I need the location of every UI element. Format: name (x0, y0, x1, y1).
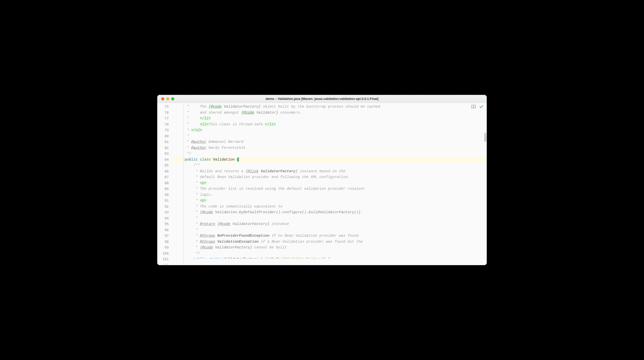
code-token: * (185, 122, 200, 126)
reader-mode-icon[interactable] (471, 104, 476, 109)
code-token (185, 257, 194, 258)
code-token: * (185, 128, 191, 132)
code-line[interactable]: * <p> (172, 198, 487, 204)
line-number[interactable]: 97 (157, 233, 172, 239)
line-number[interactable]: 99 (157, 245, 172, 251)
code-token: @code (211, 104, 222, 108)
code-token: <p> (200, 181, 206, 185)
editor-toolbar (471, 104, 484, 109)
code-token: Emmanuel Bernard (206, 140, 243, 144)
code-line[interactable]: * </li> (172, 116, 487, 122)
code-token: { (200, 246, 202, 250)
code-line[interactable]: * default Bean Validation provider and f… (172, 174, 487, 180)
code-line[interactable]: * </ul> (172, 127, 487, 133)
line-number-gutter: 7576777879808182838485868788899091929394… (157, 103, 172, 265)
code-line[interactable]: * @author Emmanuel Bernard (172, 139, 487, 145)
code-token: class (200, 158, 211, 162)
line-number[interactable]: 90 (157, 192, 172, 198)
code-line[interactable]: */ (172, 151, 487, 157)
line-number[interactable]: 75 (157, 104, 172, 110)
code-token: * default Bean Validation provider and f… (185, 175, 350, 179)
ide-window: demo – Validation.java [Maven: javax.val… (157, 95, 487, 265)
line-number[interactable]: 89 (157, 186, 172, 192)
code-token: { (218, 222, 220, 226)
code-token: @author (191, 140, 206, 144)
code-line[interactable]: /** (172, 162, 487, 168)
code-line[interactable]: * <li>This class is thread-safe.</li> (172, 122, 487, 128)
code-token: instance (269, 222, 289, 226)
line-number[interactable]: 94 (157, 216, 172, 222)
code-line[interactable]: * and shared amongst {@code Validator} c… (172, 110, 487, 116)
line-number[interactable]: 83 (157, 151, 172, 157)
line-number[interactable]: 98 (157, 239, 172, 245)
code-area[interactable]: * The {@code ValidatorFactory} object bu… (172, 103, 487, 265)
code-token: * (185, 140, 191, 144)
line-number[interactable]: 80 (157, 133, 172, 139)
code-token: * (185, 228, 198, 232)
code-token: </ul> (191, 128, 202, 132)
line-number[interactable]: 84 (157, 157, 172, 163)
code-line[interactable]: * The provider list is resolved using th… (172, 186, 487, 192)
code-token: @throws (200, 234, 215, 238)
code-line[interactable]: * logic. (172, 192, 487, 198)
code-line[interactable]: * <p> (172, 180, 487, 186)
code-line[interactable]: * @throws NoProviderFoundException if no… (172, 233, 487, 239)
code-token: @link (248, 169, 258, 173)
minimize-button[interactable] (166, 97, 169, 100)
line-number[interactable]: 86 (157, 168, 172, 174)
line-number[interactable]: 76 (157, 110, 172, 116)
line-number[interactable]: 81 (157, 139, 172, 145)
code-line[interactable]: * (172, 133, 487, 139)
code-token: Hardy Ferentschik (206, 146, 246, 150)
code-line[interactable]: * @throws ValidationException if a Bean … (172, 239, 487, 245)
line-number[interactable]: 101 (157, 256, 172, 262)
code-token: @code (220, 222, 230, 226)
code-token: instance based on the (298, 169, 346, 173)
code-token: * (185, 234, 200, 238)
code-token: <p> (200, 198, 206, 202)
code-token: @code (202, 210, 213, 214)
line-number[interactable]: 88 (157, 180, 172, 186)
window-title: demo – Validation.java [Maven: javax.val… (157, 97, 487, 100)
code-line[interactable]: * @return {@code ValidatorFactory} insta… (172, 221, 487, 227)
code-token: cannot be built (252, 246, 287, 250)
line-number[interactable]: 82 (157, 145, 172, 151)
code-line[interactable]: * The {@code ValidatorFactory} object bu… (172, 104, 487, 110)
code-token: buildDefaultValidatorFactory (261, 257, 322, 258)
line-number[interactable]: 96 (157, 227, 172, 233)
line-number[interactable]: 79 (157, 127, 172, 133)
code-token: * (185, 222, 200, 226)
close-button[interactable] (161, 97, 164, 100)
code-token: } (296, 169, 298, 173)
code-line[interactable]: * @author Hardy Ferentschik (172, 145, 487, 151)
inspection-ok-icon[interactable] (479, 104, 484, 109)
code-token: @throws (200, 240, 215, 244)
code-line[interactable]: * (172, 216, 487, 222)
code-line[interactable]: public static ValidatorFactory buildDefa… (172, 256, 487, 258)
code-line[interactable]: public class Validation { (172, 157, 487, 163)
code-token: @return (200, 222, 215, 226)
line-number[interactable]: 95 (157, 221, 172, 227)
maximize-button[interactable] (171, 97, 174, 100)
code-line[interactable]: * (172, 227, 487, 233)
line-number[interactable]: 92 (157, 204, 172, 210)
code-editor[interactable]: 7576777879808182838485868788899091929394… (157, 103, 487, 265)
code-line[interactable]: * {@code Validation.byDefaultProvider().… (172, 210, 487, 216)
code-line[interactable]: * {@code ValidatorFactory} cannot be bui… (172, 245, 487, 251)
code-token: ValidatorFactory (261, 169, 296, 173)
code-line[interactable]: */ (172, 251, 487, 257)
line-number[interactable]: 93 (157, 210, 172, 216)
line-number[interactable]: 85 (157, 162, 172, 168)
line-number[interactable]: 87 (157, 174, 172, 180)
code-line[interactable]: * Builds and returns a {@link ValidatorF… (172, 168, 487, 174)
code-token: * Builds and returns a (185, 169, 246, 173)
line-number[interactable]: 77 (157, 116, 172, 122)
line-number[interactable]: 100 (157, 251, 172, 257)
line-number[interactable]: 102 (157, 262, 172, 264)
code-token: ValidatorFactory} (222, 104, 261, 108)
code-line[interactable]: * The code is semantically equivalent to (172, 204, 487, 210)
code-token: This class is thread-safe. (209, 122, 265, 126)
line-number[interactable]: 91 (157, 198, 172, 204)
code-token: * (185, 134, 189, 138)
line-number[interactable]: 78 (157, 122, 172, 128)
